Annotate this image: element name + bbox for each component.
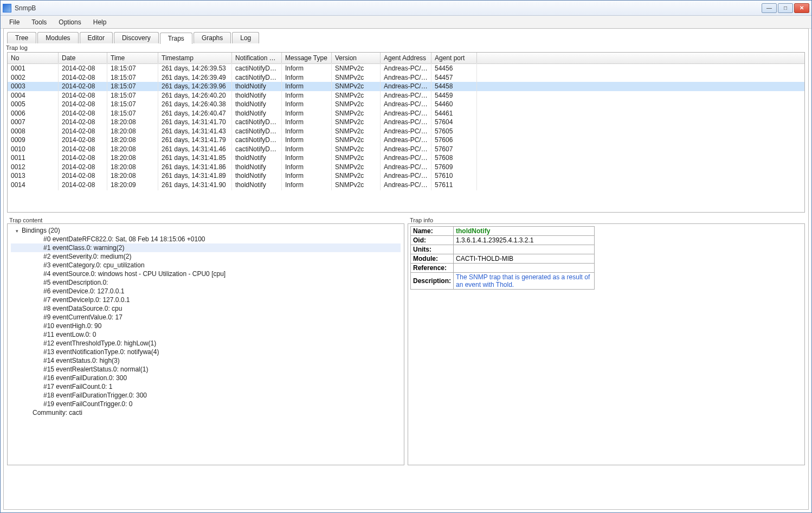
info-table: Name:tholdNotify Oid:1.3.6.1.4.1.23925.4… [410, 226, 595, 290]
info-name-label: Name: [411, 227, 454, 236]
info-description-value[interactable]: The SNMP trap that is generated as a res… [456, 273, 590, 288]
col-date[interactable]: Date [59, 53, 107, 63]
menu-help[interactable]: Help [88, 17, 112, 28]
binding-item[interactable]: #1 eventClass.0: warning(2) [11, 243, 401, 252]
cell-addr: Andreas-PC/12... [381, 179, 431, 190]
info-name-value: tholdNotify [456, 227, 490, 235]
cell-mt: Inform [282, 179, 332, 190]
binding-item[interactable]: #6 eventDevice.0: 127.0.0.1 [11, 287, 401, 296]
trap-log-table: No Date Time Timestamp Notification Type… [7, 52, 805, 213]
binding-item[interactable]: #13 eventNotificationType.0: notifywa(4) [11, 348, 401, 356]
tabs-row: TreeModulesEditorDiscoveryTrapsGraphsLog [4, 29, 808, 43]
info-oid-label: Oid: [411, 236, 454, 245]
col-message-type[interactable]: Message Type [282, 53, 332, 63]
lower-panels: Trap content ▾Bindings (20)#0 eventDateR… [7, 216, 805, 465]
maximize-button[interactable]: □ [778, 3, 793, 13]
cell-time: 18:20:09 [107, 179, 158, 190]
tab-editor[interactable]: Editor [80, 32, 113, 43]
trap-log-label: Trap log [4, 43, 808, 51]
binding-item[interactable]: #8 eventDataSource.0: cpu [11, 304, 401, 313]
binding-item[interactable]: #12 eventThresholdType.0: highLow(1) [11, 339, 401, 348]
close-button[interactable]: ✕ [794, 3, 809, 13]
col-timestamp[interactable]: Timestamp [158, 53, 232, 63]
binding-item[interactable]: #10 eventHigh.0: 90 [11, 322, 401, 330]
info-reference-value [454, 264, 595, 273]
tab-graphs[interactable]: Graphs [194, 32, 231, 43]
info-oid-value: 1.3.6.1.4.1.23925.4.1.3.2.1 [454, 236, 595, 245]
community-item[interactable]: Community: cacti [11, 408, 401, 417]
col-version[interactable]: Version [332, 53, 381, 63]
cell-date: 2014-02-08 [59, 179, 107, 190]
col-agent-address[interactable]: Agent Address [381, 53, 431, 63]
cell-port: 57611 [431, 179, 477, 190]
tab-log[interactable]: Log [232, 32, 259, 43]
bindings-header[interactable]: ▾Bindings (20) [11, 226, 401, 235]
binding-item[interactable]: #4 eventSource.0: windows host - CPU Uti… [11, 270, 401, 278]
info-description-label: Description: [411, 273, 454, 290]
binding-item[interactable]: #2 eventSeverity.0: medium(2) [11, 252, 401, 261]
binding-item[interactable]: #15 eventRealertStatus.0: normal(1) [11, 365, 401, 374]
minimize-button[interactable]: — [762, 3, 777, 13]
col-agent-port[interactable]: Agent port [431, 53, 477, 63]
binding-item[interactable]: #0 eventDateRFC822.0: Sat, 08 Feb 14 18:… [11, 235, 401, 243]
binding-item[interactable]: #3 eventCategory.0: cpu_utilization [11, 261, 401, 270]
table-row[interactable]: 00142014-02-0818:20:09261 days, 14:31:41… [8, 181, 804, 190]
binding-item[interactable]: #9 eventCurrentValue.0: 17 [11, 313, 401, 322]
binding-item[interactable]: #19 eventFailCountTrigger.0: 0 [11, 400, 401, 408]
trap-info-box: Name:tholdNotify Oid:1.3.6.1.4.1.23925.4… [408, 223, 805, 465]
collapse-icon[interactable]: ▾ [14, 228, 20, 234]
info-units-value [454, 245, 595, 254]
table-body: 00012014-02-0818:15:07261 days, 14:26:39… [8, 64, 804, 189]
trap-content-label: Trap content [7, 216, 404, 223]
menu-tools[interactable]: Tools [26, 17, 52, 28]
tab-discovery[interactable]: Discovery [114, 32, 159, 43]
binding-item[interactable]: #18 eventFailDurationTrigger.0: 300 [11, 391, 401, 400]
trap-content-box: ▾Bindings (20)#0 eventDateRFC822.0: Sat,… [7, 223, 404, 465]
menu-options[interactable]: Options [53, 17, 86, 28]
menu-file[interactable]: File [4, 17, 25, 28]
cell-ver: SNMPv2c [332, 179, 381, 190]
app-icon [3, 4, 11, 12]
trap-info-label: Trap info [408, 216, 805, 223]
col-no[interactable]: No [8, 53, 59, 63]
info-module-label: Module: [411, 254, 454, 264]
info-units-label: Units: [411, 245, 454, 254]
tab-modules[interactable]: Modules [37, 32, 78, 43]
app-area: TreeModulesEditorDiscoveryTrapsGraphsLog… [3, 28, 809, 510]
binding-item[interactable]: #7 eventDeviceIp.0: 127.0.0.1 [11, 296, 401, 304]
col-notification-type[interactable]: Notification Type [232, 53, 282, 63]
cell-ts: 261 days, 14:31:41.90 [158, 179, 232, 190]
binding-item[interactable]: #11 eventLow.0: 0 [11, 330, 401, 339]
binding-item[interactable]: #5 eventDescription.0: [11, 278, 401, 287]
binding-item[interactable]: #16 eventFailDuration.0: 300 [11, 374, 401, 382]
table-header: No Date Time Timestamp Notification Type… [8, 53, 804, 64]
trap-content-panel: Trap content ▾Bindings (20)#0 eventDateR… [7, 216, 404, 465]
menubar: File Tools Options Help [1, 16, 811, 29]
col-time[interactable]: Time [107, 53, 158, 63]
info-module-value: CACTI-THOLD-MIB [454, 254, 595, 264]
tab-tree[interactable]: Tree [7, 32, 36, 43]
info-reference-label: Reference: [411, 264, 454, 273]
binding-item[interactable]: #14 eventStatus.0: high(3) [11, 356, 401, 365]
cell-no: 0014 [8, 179, 59, 190]
binding-item[interactable]: #17 eventFailCount.0: 1 [11, 382, 401, 391]
titlebar: SnmpB — □ ✕ [1, 1, 811, 16]
bindings-tree: ▾Bindings (20)#0 eventDateRFC822.0: Sat,… [9, 225, 403, 418]
tab-traps[interactable]: Traps [160, 33, 192, 44]
trap-info-panel: Trap info Name:tholdNotify Oid:1.3.6.1.4… [408, 216, 805, 465]
cell-nt: tholdNotify [232, 179, 282, 190]
window-title: SnmpB [15, 4, 761, 12]
